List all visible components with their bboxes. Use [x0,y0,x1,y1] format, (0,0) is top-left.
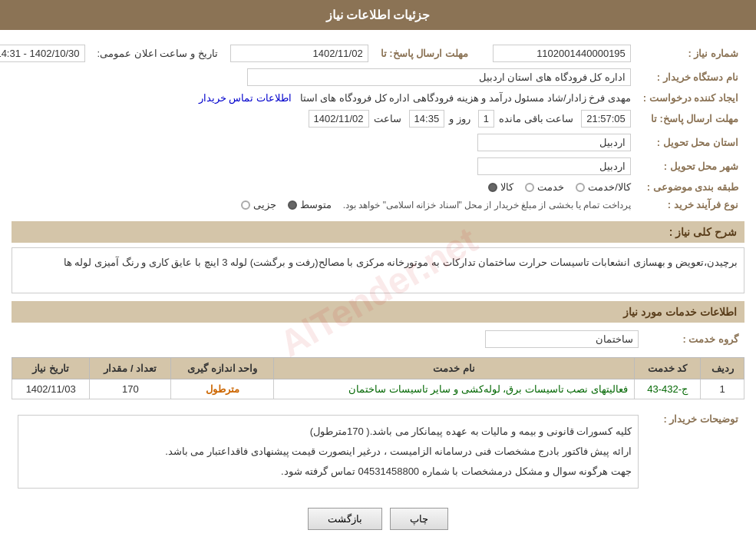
main-info-table: شماره نیاز : 1102001440000195 مهلت ارسال… [0,41,744,214]
items-table: ردیف کد خدمت نام خدمت واحد اندازه گیری ت… [12,357,744,399]
partial-label: جزیی [253,199,276,210]
requester-label: ایجاد کننده درخواست : [637,89,744,107]
both-label: کالا/خدمت [588,181,631,193]
cell-quantity: 170 [90,379,171,399]
request-number-row: شماره نیاز : 1102001440000195 مهلت ارسال… [0,41,744,65]
goods-radio[interactable] [488,183,497,192]
province-value: اردبیل [0,131,637,154]
deadline-details-cell: 1402/11/02 ساعت 14:35 روز و 1 ساعت باقی … [0,107,637,131]
deadline-days-box: 1 [478,110,494,128]
cell-service-name: فعالیتهای نصب تاسیسات برق، لوله‌کشی و سا… [273,379,634,399]
city-field: اردبیل [477,157,631,175]
process-note: پرداخت تمام یا بخشی از مبلغ خریدار از مح… [343,200,631,210]
city-row: شهر محل تحویل : اردبیل [0,154,744,178]
service-group-row: گروه خدمت : ساختمان [12,327,744,351]
deadline-row: مهلت ارسال پاسخ: تا 1402/11/02 ساعت 14:3… [0,107,744,131]
days-label: روز و [449,113,470,124]
process-partial: جزیی [241,199,276,210]
items-header-row: ردیف کد خدمت نام خدمت واحد اندازه گیری ت… [12,358,744,379]
process-options-cell: جزیی متوسط پرداخت تمام یا بخشی از مبلغ خ… [0,196,637,214]
col-service-name: نام خدمت [273,358,634,379]
buyer-desc-line-3: جهت هرگونه سوال و مشکل درمشخصات با شماره… [25,462,632,482]
request-number-value: 1102001440000195 [487,41,637,65]
service-group-table: گروه خدمت : ساختمان [12,327,744,351]
province-label: استان محل تحویل : [637,131,744,154]
service-radio[interactable] [525,183,534,192]
deadline-date-cell: 1402/11/02 [224,41,375,65]
cell-unit: مترطول [171,379,274,399]
service-label: خدمت [537,181,564,193]
cell-date: 1402/11/03 [12,379,90,399]
requester-row: ایجاد کننده درخواست : مهدی فرخ زادار/شاد… [0,89,744,107]
category-option-service: خدمت [525,181,564,193]
items-table-body: 1 ج-432-43 فعالیتهای نصب تاسیسات برق، لو… [12,379,744,399]
service-group-field: ساختمان [485,330,639,348]
buttons-row: چاپ بازگشت [12,508,744,540]
medium-radio[interactable] [288,200,297,210]
medium-label: متوسط [300,199,332,210]
col-unit: واحد اندازه گیری [171,358,274,379]
deadline-label: مهلت ارسال پاسخ: تا [375,41,474,65]
buyer-desc-line-2: ارائه پیش فاکتور بادرج مشخصات فنی درساما… [25,442,632,462]
partial-radio[interactable] [241,200,250,210]
buyer-name-value: اداره کل فرودگاه های استان اردبیل [0,65,637,89]
col-quantity: تعداد / مقدار [90,358,171,379]
page-header: جزئیات اطلاعات نیاز [0,0,756,30]
need-desc-section-title: شرح کلی نیاز : [12,221,744,243]
city-value: اردبیل [0,154,637,178]
announce-date-value: 1402/10/30 - 14:31 [0,45,85,62]
category-options-cell: کالا خدمت کالا/خدمت [0,178,637,196]
both-radio[interactable] [576,183,585,192]
buyer-desc-box: کلیه کسورات قانونی و بیمه و مالیات به عه… [18,415,639,489]
table-row: 1 ج-432-43 فعالیتهای نصب تاسیسات برق، لو… [12,379,744,399]
cell-service-code: ج-432-43 [635,379,701,399]
buyer-desc-label: توضیحات خریدار : [645,407,744,496]
goods-label: کالا [500,181,513,193]
remaining-label: ساعت باقی مانده [499,113,573,124]
col-row-num: ردیف [701,358,744,379]
items-table-head: ردیف کد خدمت نام خدمت واحد اندازه گیری ت… [12,358,744,379]
announce-date-cell: 1402/10/30 - 14:31 [0,41,91,65]
deadline-time-box: 14:35 [409,110,445,128]
col-date: تاریخ نیاز [12,358,90,379]
category-label: طبقه بندی موضوعی : [637,178,744,196]
request-number-label: شماره نیاز : [637,41,744,65]
page-title: جزئیات اطلاعات نیاز [326,8,431,22]
buyer-desc-value-cell: کلیه کسورات قانونی و بیمه و مالیات به عه… [12,407,645,496]
cell-row-num: 1 [701,379,744,399]
buyer-name-row: نام دستگاه خریدار : اداره کل فرودگاه های… [0,65,744,89]
buyer-name-label: نام دستگاه خریدار : [637,65,744,89]
deadline-remaining-box: 21:57:05 [581,110,631,128]
process-label: نوع فرآیند خرید : [637,196,744,214]
service-group-value-cell: ساختمان [12,327,645,351]
requester-name: مهدی فرخ زادار/شاد مسئول درآمد و هزینه ف… [300,92,631,104]
col-service-code: کد خدمت [635,358,701,379]
process-medium: متوسط [288,199,332,210]
deadline-full-label: مهلت ارسال پاسخ: تا [637,107,744,131]
requester-contact-link[interactable]: اطلاعات تماس خریدار [199,92,292,104]
province-field: اردبیل [477,134,631,151]
category-option-both: کالا/خدمت [576,181,631,193]
service-info-section-title: اطلاعات خدمات مورد نیاز [12,301,744,323]
buyer-desc-row: توضیحات خریدار : کلیه کسورات قانونی و بی… [12,407,744,496]
deadline-date-box: 1402/11/02 [309,110,369,128]
back-button[interactable]: بازگشت [308,508,382,530]
category-option-goods: کالا [488,181,513,193]
requester-value: مهدی فرخ زادار/شاد مسئول درآمد و هزینه ف… [0,89,637,107]
buyer-desc-table: توضیحات خریدار : کلیه کسورات قانونی و بی… [12,407,744,496]
need-desc-text: برچیدن،تعویض و بهسازی انشعابات تاسیسات ح… [64,257,738,268]
buyer-desc-line-1: کلیه کسورات قانونی و بیمه و مالیات به عه… [25,422,632,442]
announce-label: تاریخ و ساعت اعلان عمومی: [91,41,224,65]
service-group-label: گروه خدمت : [645,327,744,351]
process-row: نوع فرآیند خرید : جزیی متوسط پرداخت تمام… [0,196,744,214]
print-button[interactable]: چاپ [390,508,448,530]
province-row: استان محل تحویل : اردبیل [0,131,744,154]
time-label: ساعت [374,113,401,124]
city-label: شهر محل تحویل : [637,154,744,178]
category-row: طبقه بندی موضوعی : کالا خدمت کالا/خدمت [0,178,744,196]
deadline-date-value: 1402/11/02 [230,45,368,62]
buyer-org-field: اداره کل فرودگاه های استان اردبیل [247,68,631,86]
need-desc-box: برچیدن،تعویض و بهسازی انشعابات تاسیسات ح… [12,247,744,293]
request-number-field: 1102001440000195 [493,45,631,62]
